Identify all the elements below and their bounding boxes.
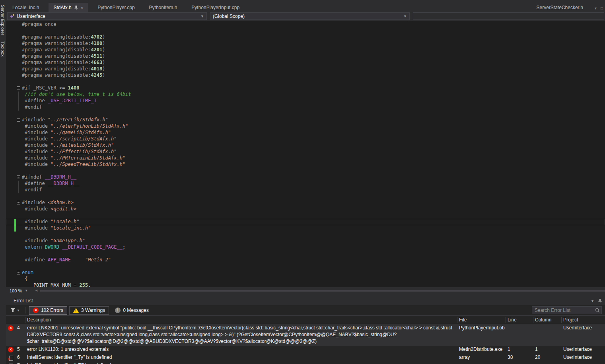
error-list-row[interactable]: 6IntelliSense: identifier "_Ty" is undef… [6,354,605,362]
fold-marker[interactable] [16,85,22,91]
code-line[interactable]: //if don't use below, time_t is 64bit [6,91,605,98]
code-line[interactable]: #ifndef __D3DRM_H__ [6,174,605,181]
code-line[interactable]: #include "../SpeedTreeLib/StdAfx.h" [6,162,605,168]
fold-marker[interactable] [16,200,22,206]
sidebar-item-server-explorer[interactable]: Server Explorer [0,5,5,35]
code-line[interactable] [6,263,605,270]
pin-icon[interactable] [598,299,602,303]
code-line[interactable]: #include "../EffectLib/StdAfx.h" [6,149,605,155]
code-line[interactable]: #include "GameType.h" [6,238,605,244]
collapse-minus-icon[interactable] [17,175,20,179]
fold-margin [16,276,22,282]
code-text: #define APP_NAME "Metin 2" [22,257,111,263]
code-line[interactable]: POINT_MAX_NUM = 255, [6,282,605,287]
code-text: #include "../milesLib/StdAfx.h" [22,142,114,149]
search-error-list-input[interactable] [535,308,595,313]
error-list-row[interactable]: 7IntelliSense: identifier "_Tj" is undef… [6,362,605,364]
collapse-minus-icon[interactable] [17,118,20,122]
code-line[interactable]: #include "../eterPythonLib/StdAfx.h" [6,123,605,130]
code-line[interactable]: #pragma warning(disable:4702) [6,34,605,41]
code-line[interactable]: #define _USE_32BIT_TIME_T [6,98,605,104]
code-text: #pragma warning(disable:4201) [22,47,105,53]
code-line[interactable]: #if _MSC_VER >= 1400 [6,85,605,91]
fold-marker[interactable] [16,174,22,181]
code-line[interactable]: #include <qedit.h> [6,206,605,212]
code-line[interactable]: #endif [6,187,605,193]
fold-margin [16,244,22,251]
code-line[interactable]: #pragma warning(disable:4201) [6,47,605,53]
error-line: 1 [506,346,533,353]
code-line[interactable]: enum [6,270,605,276]
code-line[interactable]: #include "../eterLib/StdAfx.h" [6,117,605,123]
column-header-project[interactable]: Project [562,317,605,323]
code-line[interactable]: #pragma warning(disable:4245) [6,72,605,79]
horizontal-scrollbar[interactable]: ◄ [34,287,605,294]
tab-pythonplayerinput-cpp[interactable]: PythonPlayerInput.cpp [187,3,244,12]
fold-margin [16,60,22,66]
code-line[interactable]: #endif [6,104,605,111]
column-header-file[interactable]: File [457,317,506,323]
code-line[interactable] [6,232,605,238]
code-line[interactable]: extern DWORD __DEFAULT_CODE_PAGE__; [6,244,605,251]
error-list-row[interactable]: ×4error LNK2001: unresolved external sym… [6,324,605,346]
search-icon[interactable] [595,308,600,313]
code-line[interactable]: #include "../PRTerrainLib/StdAfx.h" [6,155,605,162]
code-text: #include "../eterLib/StdAfx.h" [22,117,108,123]
left-tool-strip: Server Explorer Toolbox [0,0,6,364]
code-line[interactable]: { [6,276,605,282]
code-lines[interactable]: #pragma once#pragma warning(disable:4702… [6,21,605,287]
scrollbar-thumb[interactable] [40,290,605,292]
sidebar-item-toolbox[interactable]: Toolbox [0,41,5,56]
code-line[interactable]: #include <dshow.h> [6,200,605,206]
window-position-chevron-icon[interactable]: ▾ [591,299,593,303]
code-line[interactable]: #include "Locale.h" [6,219,605,225]
code-line[interactable]: #pragma warning(disable:4663) [6,60,605,66]
scroll-left-arrow-icon[interactable]: ◄ [35,288,38,292]
tab-pythonplayer-cpp[interactable]: PythonPlayer.cpp [93,3,139,12]
zoom-control[interactable]: 100 % ▼ [6,288,31,293]
filter-button[interactable]: ▼ [9,308,21,312]
code-line[interactable] [6,251,605,257]
column-header-column[interactable]: Column [533,317,562,323]
code-line[interactable] [6,111,605,117]
code-line[interactable]: #pragma once [6,21,605,28]
column-header-line[interactable]: Line [506,317,533,323]
collapse-minus-icon[interactable] [17,201,20,204]
code-line[interactable] [6,79,605,85]
close-icon[interactable]: × [81,6,83,10]
code-line[interactable]: #define __D3DRM_H__ [6,181,605,187]
errors-filter-button[interactable]: × 102 Errors [29,306,67,315]
pin-icon[interactable] [74,6,78,10]
error-description: error LNK2001: unresolved external symbo… [25,325,457,345]
code-line[interactable]: #pragma warning(disable:4511) [6,53,605,60]
code-line[interactable] [6,212,605,219]
code-line[interactable] [6,193,605,200]
code-line[interactable]: #include "../milesLib/StdAfx.h" [6,142,605,149]
code-line[interactable]: #pragma warning(disable:4100) [6,41,605,47]
fold-marker[interactable] [16,117,22,123]
types-dropdown[interactable]: UserInterface ▼ [7,12,207,20]
fold-margin [16,123,22,130]
float-window-icon[interactable]: □ [599,6,605,12]
code-line[interactable] [6,168,605,174]
fold-marker[interactable] [16,270,22,276]
tab-locale-inc-h[interactable]: Locale_inc.h [8,3,44,12]
code-editor[interactable]: #pragma once#pragma warning(disable:4702… [6,21,605,287]
tab-stdafx-h[interactable]: StdAfx.h× [49,3,88,12]
warnings-filter-button[interactable]: 3 Warnings [69,306,109,315]
code-line[interactable]: #pragma warning(disable:4018) [6,66,605,72]
collapse-minus-icon[interactable] [17,86,20,90]
tab-overflow-chevron-icon[interactable]: ▾ [593,6,599,12]
error-list-row[interactable]: ×5error LNK1120: 1 unresolved externalsM… [6,346,605,354]
code-line[interactable]: #include "Locale_inc.h" [6,225,605,232]
code-line[interactable]: #include "../gameLib/StdAfx.h" [6,130,605,136]
code-line[interactable]: #define APP_NAME "Metin 2" [6,257,605,263]
code-line[interactable]: #include "../scriptLib/StdAfx.h" [6,136,605,142]
tab-pythonitem-h[interactable]: PythonItem.h [144,3,182,12]
column-header-description[interactable]: Description [25,317,457,323]
collapse-minus-icon[interactable] [17,271,20,274]
members-dropdown[interactable]: (Global Scope) ▼ [210,12,410,20]
messages-filter-button[interactable]: i 0 Messages [111,306,153,315]
code-line[interactable] [6,28,605,34]
tab-serverstatechecker-h[interactable]: ServerStateChecker.h [532,3,588,12]
